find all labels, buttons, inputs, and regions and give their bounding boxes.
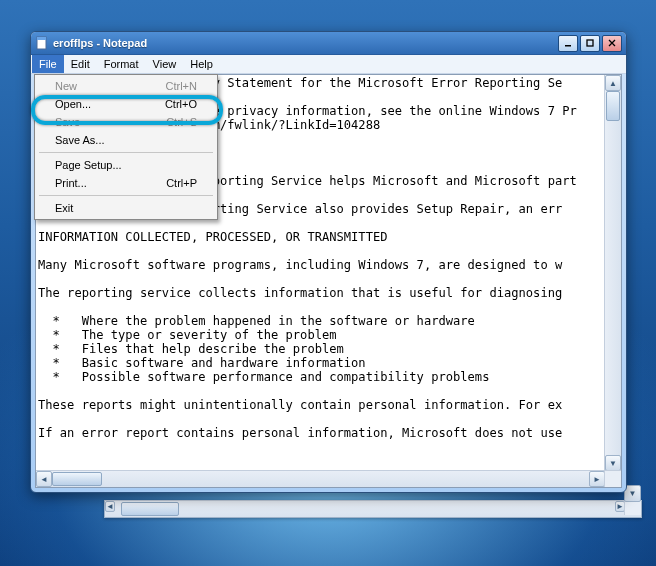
svg-rect-3 — [587, 40, 593, 46]
menu-item-label: New — [55, 80, 166, 92]
scrollbar-left-icon[interactable]: ◄ — [105, 501, 115, 512]
menu-file[interactable]: File — [32, 55, 64, 73]
menu-help[interactable]: Help — [183, 55, 220, 73]
menu-item-label: Page Setup... — [55, 159, 197, 171]
menu-item-print[interactable]: Print...Ctrl+P — [37, 174, 215, 192]
scrollbar-corner — [604, 470, 621, 487]
menu-item-new: NewCtrl+N — [37, 77, 215, 95]
menu-view[interactable]: View — [146, 55, 184, 73]
menu-item-shortcut: Ctrl+N — [166, 80, 197, 92]
scrollbar-thumb[interactable] — [52, 472, 102, 486]
notepad-icon — [35, 36, 49, 50]
menu-item-label: Save As... — [55, 134, 197, 146]
svg-rect-1 — [37, 37, 46, 40]
window-title: erofflps - Notepad — [53, 37, 558, 49]
scrollbar-right-icon[interactable]: ► — [589, 471, 605, 487]
file-menu-dropdown: NewCtrl+NOpen...Ctrl+OSaveCtrl+SSave As.… — [34, 74, 218, 220]
vertical-scrollbar[interactable]: ▲ ▼ — [604, 75, 621, 471]
desktop: ◄ ► ▼ erofflps - Notepad File Edit Forma… — [0, 0, 656, 566]
menu-item-shortcut: Ctrl+P — [166, 177, 197, 189]
title-bar[interactable]: erofflps - Notepad — [31, 32, 626, 55]
scrollbar-left-icon[interactable]: ◄ — [36, 471, 52, 487]
menu-item-exit[interactable]: Exit — [37, 199, 215, 217]
menu-separator — [39, 195, 213, 196]
close-button[interactable] — [602, 35, 622, 52]
menu-item-save: SaveCtrl+S — [37, 113, 215, 131]
scrollbar-thumb[interactable] — [606, 91, 620, 121]
menu-item-label: Exit — [55, 202, 197, 214]
minimize-button[interactable] — [558, 35, 578, 52]
menu-item-open[interactable]: Open...Ctrl+O — [37, 95, 215, 113]
menu-item-label: Print... — [55, 177, 166, 189]
scrollbar-down-icon[interactable]: ▼ — [605, 455, 621, 471]
scrollbar-corner — [624, 501, 641, 515]
menu-item-label: Save — [55, 116, 166, 128]
background-window-scrollbar: ◄ ► ▼ — [104, 500, 642, 518]
menu-edit[interactable]: Edit — [64, 55, 97, 73]
menu-format[interactable]: Format — [97, 55, 146, 73]
menu-bar: File Edit Format View Help — [31, 55, 626, 74]
menu-item-page-setup[interactable]: Page Setup... — [37, 156, 215, 174]
menu-item-shortcut: Ctrl+S — [166, 116, 197, 128]
menu-item-label: Open... — [55, 98, 165, 110]
svg-rect-2 — [565, 45, 571, 47]
maximize-button[interactable] — [580, 35, 600, 52]
scrollbar-thumb[interactable] — [121, 502, 179, 516]
notepad-window: erofflps - Notepad File Edit Format View… — [30, 31, 627, 493]
horizontal-scrollbar[interactable]: ◄ ► — [36, 470, 605, 487]
menu-separator — [39, 152, 213, 153]
scrollbar-up-icon[interactable]: ▲ — [605, 75, 621, 91]
menu-item-save-as[interactable]: Save As... — [37, 131, 215, 149]
menu-item-shortcut: Ctrl+O — [165, 98, 197, 110]
